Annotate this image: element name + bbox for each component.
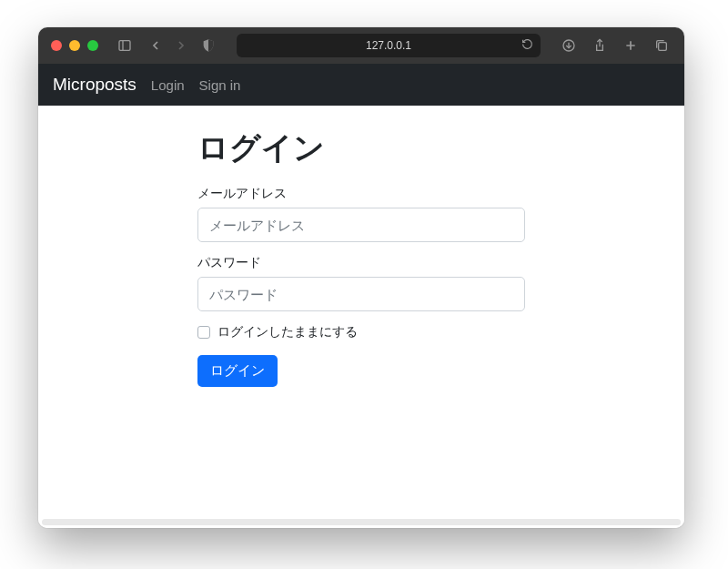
tabs-overview-icon[interactable] bbox=[652, 36, 672, 56]
address-bar[interactable]: 127.0.0.1 bbox=[237, 34, 541, 57]
back-button[interactable] bbox=[146, 36, 166, 56]
maximize-window-button[interactable] bbox=[87, 40, 98, 51]
horizontal-scrollbar[interactable] bbox=[42, 519, 681, 525]
download-icon[interactable] bbox=[559, 36, 579, 56]
share-icon[interactable] bbox=[590, 36, 610, 56]
page-content: ログイン メールアドレス パスワード ログインしたままにする ログイン bbox=[38, 106, 684, 528]
window-controls bbox=[51, 40, 98, 51]
minimize-window-button[interactable] bbox=[69, 40, 80, 51]
browser-toolbar: 127.0.0.1 bbox=[38, 27, 684, 64]
browser-window: 127.0.0.1 Microposts Login Sign in bbox=[38, 27, 684, 528]
svg-rect-0 bbox=[119, 41, 130, 51]
email-field[interactable] bbox=[197, 208, 525, 242]
nav-link-signin[interactable]: Sign in bbox=[199, 77, 241, 93]
page-title: ログイン bbox=[197, 127, 525, 169]
brand-link[interactable]: Microposts bbox=[53, 75, 136, 95]
email-label: メールアドレス bbox=[197, 186, 525, 202]
remember-label: ログインしたままにする bbox=[217, 324, 358, 340]
shield-icon[interactable] bbox=[198, 36, 218, 56]
reload-icon[interactable] bbox=[521, 38, 533, 53]
login-button[interactable]: ログイン bbox=[197, 355, 278, 387]
app-navbar: Microposts Login Sign in bbox=[38, 64, 684, 106]
sidebar-toggle-icon[interactable] bbox=[115, 36, 135, 56]
password-label: パスワード bbox=[197, 255, 525, 271]
new-tab-icon[interactable] bbox=[621, 36, 641, 56]
svg-rect-7 bbox=[659, 43, 667, 51]
password-field[interactable] bbox=[197, 277, 525, 311]
close-window-button[interactable] bbox=[51, 40, 62, 51]
forward-button[interactable] bbox=[171, 36, 191, 56]
nav-link-login[interactable]: Login bbox=[151, 77, 185, 93]
address-text: 127.0.0.1 bbox=[366, 39, 411, 52]
remember-checkbox[interactable] bbox=[197, 326, 210, 339]
